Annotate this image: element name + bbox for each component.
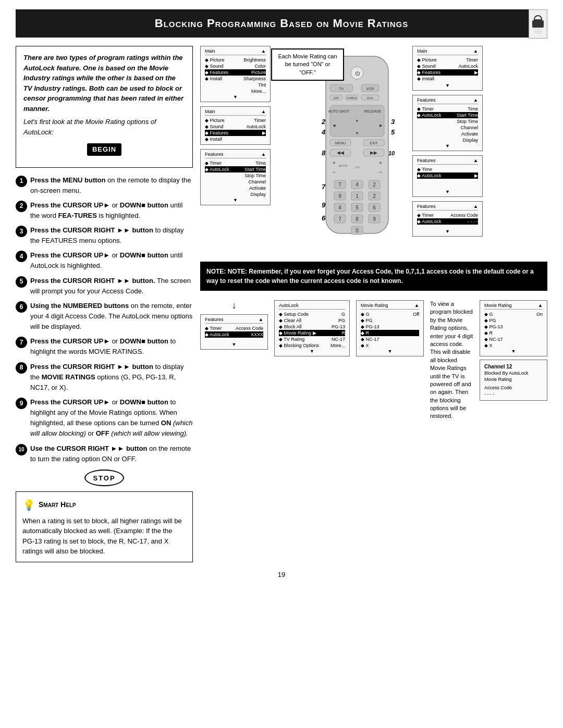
intro-paragraph-2: Let's first look at the Movie Rating opt… xyxy=(23,117,185,137)
screen-panel-3: Features▲ ◆ TimerTime ◆ AutoLockStart Ti… xyxy=(200,149,271,205)
step-text-3: Press the CURSOR RIGHT ►► button to disp… xyxy=(30,225,193,246)
step-text-7: Press the CURSOR UP► or DOWN■ button to … xyxy=(30,336,193,357)
step-num-1: 1 xyxy=(16,176,27,187)
svg-text:EXIT: EXIT xyxy=(370,141,378,145)
screen-panel-2: Main▲ ◆ PictureTimer ◆ SoundAutoLock ◆ F… xyxy=(200,106,271,145)
smart-help-box: 💡 Smart Help When a rating is set to blo… xyxy=(16,491,193,562)
step-num-2: 2 xyxy=(16,201,27,212)
svg-text:6: 6 xyxy=(322,214,326,222)
blocked-channel-screen: Channel 12 Blocked By AutoLock Movie Rat… xyxy=(480,360,547,401)
step-text-10: Use the CURSOR RIGHT ►► button on the re… xyxy=(30,443,193,464)
screen-panel-movie-rating-on: Movie Rating▲ ◆ GOn ◆ PG ◆ PG-13 ◆ R ◆ N… xyxy=(480,300,547,356)
svg-text:1: 1 xyxy=(356,193,359,199)
screen-panel-r4: Features▲ ◆ TimerAccess Code ◆ AutoLock-… xyxy=(412,201,483,237)
bottom-row: ↓ Features▲ ◆ TimerAccess Code ◆ AutoLoc… xyxy=(200,300,547,421)
step-7: 7 Press the CURSOR UP► or DOWN■ button t… xyxy=(16,336,193,357)
svg-text:AUTO SHOT: AUTO SHOT xyxy=(328,109,350,113)
svg-text:AUX: AUX xyxy=(367,96,373,100)
step-text-4: Press the CURSOR UP► or DOWN■ button unt… xyxy=(30,250,193,271)
svg-text:2: 2 xyxy=(373,193,376,199)
smart-help-text: When a rating is set to block, all highe… xyxy=(22,516,186,557)
screen-panel-1: Main▲ ◆ PictureBrightness ◆ SoundColor ◆… xyxy=(200,46,271,102)
bulb-icon: 💡 xyxy=(22,497,35,513)
svg-text:▼: ▼ xyxy=(356,131,359,135)
lock-icon xyxy=(529,9,547,39)
step-9: 9 Press the CURSOR UP► or DOWN■ button t… xyxy=(16,397,193,439)
svg-text:4: 4 xyxy=(321,128,326,136)
down-arrow: ↓ xyxy=(200,300,268,311)
svg-text:7: 7 xyxy=(322,183,326,191)
svg-text:2: 2 xyxy=(321,118,326,126)
right-column: Main▲ ◆ PictureBrightness ◆ SoundColor ◆… xyxy=(200,46,547,562)
smart-help-title: 💡 Smart Help xyxy=(22,497,186,513)
svg-text:5: 5 xyxy=(356,205,359,211)
svg-text:9: 9 xyxy=(338,193,341,199)
svg-text:8: 8 xyxy=(322,149,326,157)
step-2: 2 Press the CURSOR UP► or DOWN■ button u… xyxy=(16,200,193,221)
svg-text:+: + xyxy=(379,160,382,166)
svg-text:9: 9 xyxy=(373,216,376,222)
svg-text:▲: ▲ xyxy=(356,118,359,122)
svg-text:4: 4 xyxy=(338,205,341,211)
right-screen-panels: Main▲ ◆ PictureTimer ◆ SoundAutoLock ◆ F… xyxy=(412,46,483,254)
screen-panel-r3: Features▲ ◆ Time ◆ AutoLock▶ ▼ xyxy=(412,155,483,197)
screen-panel-r1: Main▲ ◆ PictureTimer ◆ SoundAutoLock ◆ F… xyxy=(412,46,483,91)
svg-text:7: 7 xyxy=(338,216,341,222)
step-text-1: Press the MENU button on the remote to d… xyxy=(30,175,193,196)
svg-text:TV: TV xyxy=(339,87,344,91)
svg-text:CABLE: CABLE xyxy=(347,96,357,100)
step-text-2: Press the CURSOR UP► or DOWN■ button unt… xyxy=(30,200,193,221)
movie-rating-on-area: Movie Rating▲ ◆ GOn ◆ PG ◆ PG-13 ◆ R ◆ N… xyxy=(480,300,547,401)
svg-text:3: 3 xyxy=(391,118,395,126)
svg-text:9: 9 xyxy=(322,201,326,209)
svg-text:SAT: SAT xyxy=(333,96,339,100)
view-blocked-text: To view a program blocked by the Movie R… xyxy=(430,300,473,421)
autolock-panels: AutoLock ◆ Setup CodeG ◆ Clear AllPG ◆ B… xyxy=(274,300,350,356)
step-num-3: 3 xyxy=(16,226,27,237)
svg-text:5: 5 xyxy=(391,128,395,136)
svg-text:⏻: ⏻ xyxy=(355,71,360,76)
svg-text:4: 4 xyxy=(356,182,359,188)
step-num-6: 6 xyxy=(16,301,27,313)
step-1: 1 Press the MENU button on the remote to… xyxy=(16,175,193,196)
step-4: 4 Press the CURSOR UP► or DOWN■ button u… xyxy=(16,250,193,271)
steps-list: 1 Press the MENU button on the remote to… xyxy=(16,175,193,464)
page-number: 19 xyxy=(0,571,563,578)
svg-text:MENU: MENU xyxy=(335,141,346,145)
stop-badge-container: STOP xyxy=(16,470,193,486)
page-header: Blocking Programming Based on Movie Rati… xyxy=(16,9,547,38)
step-num-10: 10 xyxy=(16,444,27,455)
intro-paragraph-1: There are two types of program ratings w… xyxy=(23,53,185,114)
begin-badge: BEGIN xyxy=(87,143,121,156)
step-num-8: 8 xyxy=(16,362,27,374)
bottom-left-panels: ↓ Features▲ ◆ TimerAccess Code ◆ AutoLoc… xyxy=(200,300,268,350)
svg-text:7: 7 xyxy=(338,182,341,188)
left-screen-panels: Main▲ ◆ PictureBrightness ◆ SoundColor ◆… xyxy=(200,46,271,254)
remote-area: Each Movie Rating can be turned "ON" or … xyxy=(274,46,409,254)
page-title: Blocking Programming Based on Movie Rati… xyxy=(47,17,516,30)
view-blocked-area: To view a program blocked by the Movie R… xyxy=(430,300,473,421)
svg-text:▶▶: ▶▶ xyxy=(370,150,377,155)
svg-text:+: + xyxy=(333,160,336,166)
svg-text:0: 0 xyxy=(356,228,359,233)
svg-text:−: − xyxy=(379,169,382,175)
step-num-7: 7 xyxy=(16,337,27,348)
svg-text:◀◀: ◀◀ xyxy=(337,150,344,155)
main-content: There are two types of program ratings w… xyxy=(16,46,547,562)
top-right-area: Main▲ ◆ PictureBrightness ◆ SoundColor ◆… xyxy=(200,46,547,254)
step-3: 3 Press the CURSOR RIGHT ►► button to di… xyxy=(16,225,193,246)
screen-panel-movie-rating-1: Movie Rating▲ ◆ GOff ◆ PG ◆ PG-13 ◆ R ◆ … xyxy=(356,300,424,356)
movie-rating-callout: Each Movie Rating can be turned "ON" or … xyxy=(271,48,344,81)
svg-text:−: − xyxy=(333,169,336,175)
screen-panel-r2: Features▲ ◆ TimerTime ◆ AutoLockStart Ti… xyxy=(412,95,483,151)
intro-box: There are two types of program ratings w… xyxy=(16,46,193,168)
svg-text:6: 6 xyxy=(373,205,376,211)
screen-panel-xxxx: Features▲ ◆ TimerAccess Code ◆ AutoLockX… xyxy=(200,314,268,350)
step-text-8: Press the CURSOR RIGHT ►► button to disp… xyxy=(30,362,193,393)
step-text-6: Using the NUMBERED buttons on the remote… xyxy=(30,301,193,332)
step-num-5: 5 xyxy=(16,276,27,288)
step-6: 6 Using the NUMBERED buttons on the remo… xyxy=(16,301,193,332)
svg-text:VCR: VCR xyxy=(366,87,374,91)
note-box: NOTE: NOTE: Remember, if you ever forget… xyxy=(200,262,547,291)
step-8: 8 Press the CURSOR RIGHT ►► button to di… xyxy=(16,362,193,393)
